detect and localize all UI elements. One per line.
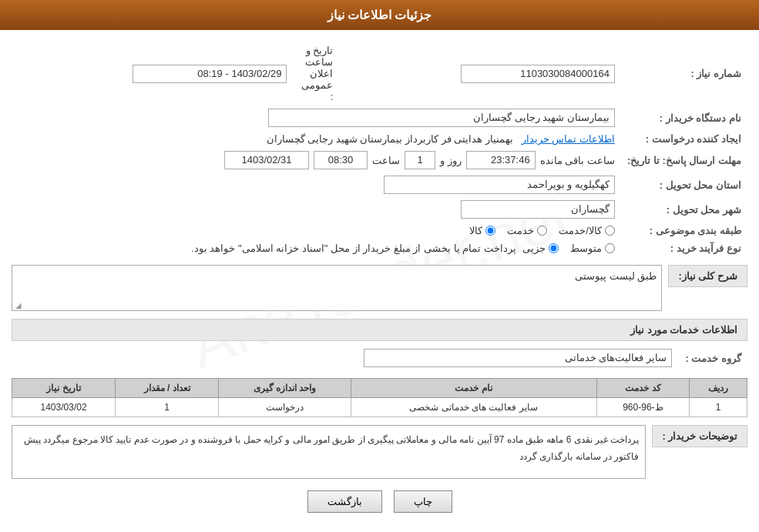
services-table-header-row: ردیف کد خدمت نام خدمت واحد اندازه گیری ت… — [12, 379, 747, 398]
ijad-konande-label: ایجاد کننده درخواست : — [621, 130, 747, 148]
shahr-row: شهر محل تحویل : گچساران — [12, 197, 747, 222]
shomare-niaz-label: شماره نیاز : — [621, 42, 747, 105]
page-header: جزئیات اطلاعات نیاز — [0, 0, 759, 30]
cell-tedad: 1 — [116, 398, 219, 417]
rooz-label: روز و — [440, 155, 462, 166]
tarikh-elan-label: تاریخ و ساعت اعلان عمومی : — [293, 42, 339, 105]
col-tedad: تعداد / مقدار — [116, 379, 219, 398]
services-table: ردیف کد خدمت نام خدمت واحد اندازه گیری ت… — [12, 378, 747, 417]
rooz-field: 1 — [405, 151, 435, 169]
sherh-text: طبق لیست پیوستی — [575, 270, 657, 282]
cell-vahed: درخواست — [219, 398, 351, 417]
sherh-section: شرح کلی نیاز: طبق لیست پیوستی ◢ — [12, 265, 747, 311]
buttons-row: چاپ بازگشت — [12, 490, 747, 513]
tabaghe-value: کالا/خدمت خدمت کالا — [12, 222, 621, 239]
tousihaat-box[interactable]: پرداخت غیر نقدی 6 ماهه طبق ماده 97 آیین … — [12, 425, 646, 479]
main-content: AnaTender.net شماره نیاز : 1103030084000… — [0, 30, 759, 532]
tousihaat-text: پرداخت غیر نقدی 6 ماهه طبق ماده 97 آیین … — [24, 434, 639, 462]
chap-button[interactable]: چاپ — [394, 490, 452, 513]
grohe-label: گروه خدمت : — [678, 346, 747, 370]
baghimande-field: 23:37:46 — [466, 151, 536, 169]
resize-handle: ◢ — [14, 301, 22, 309]
noe-farayand-jozi-option[interactable]: جزیی — [522, 243, 559, 254]
service-info-header: اطلاعات خدمات مورد نیاز — [12, 319, 747, 341]
grohe-field: سایر فعالیت‌های خدماتی — [364, 349, 672, 367]
noe-farayand-container: متوسط جزیی پرداخت تمام یا بخشی از مبلغ خ… — [18, 243, 615, 254]
nam-dastgah-value: بیمارستان شهید رجایی گچساران — [12, 105, 621, 130]
nam-dastgah-row: نام دستگاه خریدار : بیمارستان شهید رجایی… — [12, 105, 747, 130]
noe-farayand-jozi-radio[interactable] — [549, 243, 559, 253]
tabaghe-kala-khidmat-option[interactable]: کالا/خدمت — [559, 225, 615, 236]
ostan-value: کهگیلویه و بویراحمد — [12, 172, 621, 197]
grohe-table: گروه خدمت : سایر فعالیت‌های خدماتی — [12, 346, 747, 370]
info-table: شماره نیاز : 1103030084000164 تاریخ و سا… — [12, 42, 747, 257]
col-tarikh: تاریخ نیاز — [12, 379, 116, 398]
nam-dastgah-label: نام دستگاه خریدار : — [621, 105, 747, 130]
shahr-field: گچساران — [461, 200, 615, 219]
tabaghe-kala-option[interactable]: کالا — [469, 225, 495, 236]
page-title: جزئیات اطلاعات نیاز — [327, 8, 432, 22]
sherh-box[interactable]: طبق لیست پیوستی ◢ — [12, 265, 662, 311]
sherh-label: شرح کلی نیاز: — [668, 265, 747, 287]
mohlat-label: مهلت ارسال پاسخ: تا تاریخ: — [621, 148, 747, 172]
etelaat-tamas-link[interactable]: اطلاعات تماس خریدار — [522, 133, 615, 145]
shomare-niaz-value: 1103030084000164 — [339, 42, 620, 105]
sherh-content: طبق لیست پیوستی ◢ — [12, 265, 662, 311]
tarikh-elan-field: 1403/02/29 - 08:19 — [133, 65, 287, 83]
noe-farayand-label: نوع فرآیند خرید : — [621, 239, 747, 257]
tabaghe-kala-khidmat-radio[interactable] — [605, 226, 615, 236]
tousihaat-content: پرداخت غیر نقدی 6 ماهه طبق ماده 97 آیین … — [12, 425, 646, 479]
date-row: ساعت باقی مانده 23:37:46 روز و 1 ساعت 08… — [18, 151, 615, 169]
tabaghe-kala-radio[interactable] — [485, 226, 495, 236]
tousihaat-label: توضیحات خریدار : — [652, 425, 747, 447]
shahr-value: گچساران — [12, 197, 621, 222]
ostan-label: استان محل تحویل : — [621, 172, 747, 197]
shomare-niaz-row: شماره نیاز : 1103030084000164 تاریخ و سا… — [12, 42, 747, 105]
grohe-row: گروه خدمت : سایر فعالیت‌های خدماتی — [12, 346, 747, 370]
noe-farayand-value: متوسط جزیی پرداخت تمام یا بخشی از مبلغ خ… — [12, 239, 621, 257]
col-kod-khadamat: کد خدمت — [596, 379, 690, 398]
cell-kod: ط-96-960 — [596, 398, 690, 417]
grohe-value: سایر فعالیت‌های خدماتی — [12, 346, 678, 370]
tabaghe-row: طبقه بندی موضوعی : کالا/خدمت خدمت کالا — [12, 222, 747, 239]
noe-farayand-motavaset-radio[interactable] — [605, 243, 615, 253]
noe-farayand-desc: پرداخت تمام یا بخشی از مبلغ خریدار از مح… — [191, 243, 516, 254]
saat-label: ساعت — [372, 155, 400, 166]
cell-radif: 1 — [690, 398, 747, 417]
ostan-field: کهگیلویه و بویراحمد — [384, 176, 615, 194]
bazgasht-button[interactable]: بازگشت — [307, 490, 382, 513]
shahr-label: شهر محل تحویل : — [621, 197, 747, 222]
table-row: 1 ط-96-960 سایر فعالیت های خدماتی شخصی د… — [12, 398, 747, 417]
tabaghe-khidmat-option[interactable]: خدمت — [507, 225, 547, 236]
col-nam-khadamat: نام خدمت — [351, 379, 596, 398]
services-table-head: ردیف کد خدمت نام خدمت واحد اندازه گیری ت… — [12, 379, 747, 398]
tabaghe-khidmat-radio[interactable] — [537, 226, 547, 236]
col-radif: ردیف — [690, 379, 747, 398]
tabaghe-radio-group: کالا/خدمت خدمت کالا — [18, 225, 615, 236]
cell-nam: سایر فعالیت های خدماتی شخصی — [351, 398, 596, 417]
page-wrapper: جزئیات اطلاعات نیاز AnaTender.net شماره … — [0, 0, 759, 532]
ijad-konande-row: ایجاد کننده درخواست : اطلاعات تماس خریدا… — [12, 130, 747, 148]
nam-dastgah-field: بیمارستان شهید رجایی گچساران — [268, 109, 615, 127]
content: شماره نیاز : 1103030084000164 تاریخ و سا… — [12, 42, 747, 513]
col-vahed: واحد اندازه گیری — [219, 379, 351, 398]
noe-farayand-motavaset-option[interactable]: متوسط — [570, 243, 615, 254]
shomare-niaz-field: 1103030084000164 — [461, 65, 615, 83]
tabaghe-label: طبقه بندی موضوعی : — [621, 222, 747, 239]
noe-farayand-row: نوع فرآیند خرید : متوسط جزیی — [12, 239, 747, 257]
tousihaat-section: توضیحات خریدار : پرداخت غیر نقدی 6 ماهه … — [12, 425, 747, 479]
ijad-konande-value: اطلاعات تماس خریدار بهمنیار هدایتی فر کا… — [12, 130, 621, 148]
saat-field: 08:30 — [314, 151, 368, 169]
baghimande-label: ساعت باقی مانده — [540, 155, 615, 166]
noe-farayand-radio-group: متوسط جزیی — [522, 243, 615, 254]
tarikh-field: 1403/02/31 — [224, 151, 309, 169]
cell-tarikh: 1403/03/02 — [12, 398, 116, 417]
mohlat-row: مهلت ارسال پاسخ: تا تاریخ: ساعت باقی مان… — [12, 148, 747, 172]
mohlat-value: ساعت باقی مانده 23:37:46 روز و 1 ساعت 08… — [12, 148, 621, 172]
ostan-row: استان محل تحویل : کهگیلویه و بویراحمد — [12, 172, 747, 197]
ijad-konande-text: بهمنیار هدایتی فر کاربرداز بیمارستان شهی… — [267, 133, 513, 145]
tarikh-elan-value: 1403/02/29 - 08:19 — [12, 42, 293, 105]
services-table-body: 1 ط-96-960 سایر فعالیت های خدماتی شخصی د… — [12, 398, 747, 417]
